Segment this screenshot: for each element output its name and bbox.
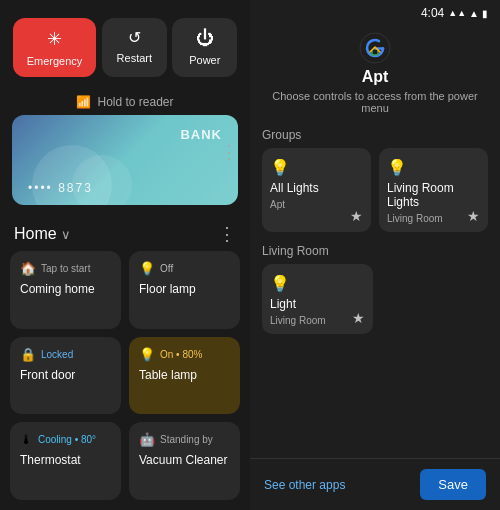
power-icon: ⏻ [196, 28, 214, 49]
home-more-button[interactable]: ⋮ [218, 223, 236, 245]
groups-device-grid: 💡 All Lights Apt ★ 💡 Living Room Lights … [262, 148, 488, 232]
controls-grid: 🏠 Tap to start Coming home 💡 Off Floor l… [0, 251, 250, 510]
device-tile-light[interactable]: 💡 Light Living Room ★ [262, 264, 373, 334]
living-room-lights-name: Living Room Lights [387, 181, 480, 209]
front-door-status-row: 🔒 Locked [20, 347, 111, 362]
vacuum-status-row: 🤖 Standing by [139, 432, 230, 447]
vacuum-icon: 🤖 [139, 432, 155, 447]
floor-lamp-name: Floor lamp [139, 282, 230, 296]
restart-button[interactable]: ↺ Restart [102, 18, 167, 77]
living-room-lights-icon: 💡 [387, 158, 480, 177]
bank-card-label: BANK [180, 127, 222, 142]
see-other-apps-link[interactable]: See other apps [264, 478, 345, 492]
power-button[interactable]: ⏻ Power [172, 18, 237, 77]
floor-lamp-icon: 💡 [139, 261, 155, 276]
power-buttons-row: ✳ Emergency ↺ Restart ⏻ Power [0, 0, 250, 91]
signal-icon: ▲▲ [448, 8, 466, 18]
front-door-icon: 🔒 [20, 347, 36, 362]
card-header: 📶 Hold to reader [12, 95, 238, 109]
control-tile-front-door[interactable]: 🔒 Locked Front door [10, 337, 121, 415]
light-star-icon[interactable]: ★ [352, 310, 365, 326]
right-content: Groups 💡 All Lights Apt ★ 💡 Living Room … [250, 122, 500, 458]
right-statusbar: 4:04 ▲▲ ▲ ▮ [250, 0, 500, 22]
groups-section: Groups 💡 All Lights Apt ★ 💡 Living Room … [262, 128, 488, 232]
table-lamp-status-row: 💡 On • 80% [139, 347, 230, 362]
card-section: 📶 Hold to reader BANK •••• 8873 ⋮ [0, 91, 250, 213]
bank-card-number: •••• 8873 [28, 181, 93, 195]
home-header: Home ∨ ⋮ [0, 213, 250, 251]
coming-home-name: Coming home [20, 282, 111, 296]
thermostat-name: Thermostat [20, 453, 111, 467]
front-door-status: Locked [41, 349, 73, 360]
card-more-button[interactable]: ⋮ [220, 141, 238, 163]
right-footer: See other apps Save [250, 458, 500, 510]
living-room-section: Living Room 💡 Light Living Room ★ [262, 244, 488, 334]
hold-to-reader-text: Hold to reader [97, 95, 173, 109]
wifi-icon: ▲ [469, 8, 479, 19]
home-title-area[interactable]: Home ∨ [14, 225, 71, 243]
front-door-name: Front door [20, 368, 111, 382]
coming-home-status: Tap to start [41, 263, 90, 274]
save-button[interactable]: Save [420, 469, 486, 500]
living-room-lights-star-icon[interactable]: ★ [467, 208, 480, 224]
coming-home-status-row: 🏠 Tap to start [20, 261, 111, 276]
device-tile-all-lights[interactable]: 💡 All Lights Apt ★ [262, 148, 371, 232]
emergency-label: Emergency [27, 55, 83, 67]
statusbar-time: 4:04 [421, 6, 444, 20]
apt-header: Apt Choose controls to access from the p… [250, 22, 500, 122]
table-lamp-icon: 💡 [139, 347, 155, 362]
light-room: Living Room [270, 315, 365, 326]
living-room-device-grid: 💡 Light Living Room ★ [262, 264, 488, 334]
control-tile-thermostat[interactable]: 🌡 Cooling • 80° Thermostat [10, 422, 121, 500]
home-chevron-icon: ∨ [61, 227, 71, 242]
light-name: Light [270, 297, 365, 311]
apt-logo-icon [359, 32, 391, 64]
vacuum-name: Vacuum Cleaner [139, 453, 230, 467]
right-panel: 4:04 ▲▲ ▲ ▮ Apt Choose controls to acces… [250, 0, 500, 510]
emergency-button[interactable]: ✳ Emergency [13, 18, 97, 77]
apt-subtitle: Choose controls to access from the power… [250, 90, 500, 114]
home-title-text: Home [14, 225, 57, 243]
thermostat-status-row: 🌡 Cooling • 80° [20, 432, 111, 447]
control-tile-coming-home[interactable]: 🏠 Tap to start Coming home [10, 251, 121, 329]
groups-section-label: Groups [262, 128, 488, 142]
light-icon: 💡 [270, 274, 365, 293]
apt-title: Apt [362, 68, 389, 86]
bank-card[interactable]: BANK •••• 8873 [12, 115, 238, 205]
all-lights-star-icon[interactable]: ★ [350, 208, 363, 224]
nfc-icon: 📶 [76, 95, 91, 109]
coming-home-icon: 🏠 [20, 261, 36, 276]
table-lamp-name: Table lamp [139, 368, 230, 382]
device-tile-living-room-lights[interactable]: 💡 Living Room Lights Living Room ★ [379, 148, 488, 232]
control-tile-floor-lamp[interactable]: 💡 Off Floor lamp [129, 251, 240, 329]
all-lights-name: All Lights [270, 181, 363, 195]
floor-lamp-status: Off [160, 263, 173, 274]
restart-icon: ↺ [128, 28, 141, 47]
floor-lamp-status-row: 💡 Off [139, 261, 230, 276]
battery-icon: ▮ [482, 8, 488, 19]
control-tile-table-lamp[interactable]: 💡 On • 80% Table lamp [129, 337, 240, 415]
living-room-section-label: Living Room [262, 244, 488, 258]
table-lamp-status: On • 80% [160, 349, 202, 360]
card-circle-2 [72, 155, 132, 205]
restart-label: Restart [117, 52, 152, 64]
emergency-icon: ✳ [47, 28, 62, 50]
thermostat-icon: 🌡 [20, 432, 33, 447]
vacuum-status: Standing by [160, 434, 213, 445]
statusbar-icons: ▲▲ ▲ ▮ [448, 8, 488, 19]
thermostat-status: Cooling • 80° [38, 434, 96, 445]
power-label: Power [189, 54, 220, 66]
left-panel: ✳ Emergency ↺ Restart ⏻ Power 📶 Hold to … [0, 0, 250, 510]
control-tile-vacuum[interactable]: 🤖 Standing by Vacuum Cleaner [129, 422, 240, 500]
all-lights-icon: 💡 [270, 158, 363, 177]
